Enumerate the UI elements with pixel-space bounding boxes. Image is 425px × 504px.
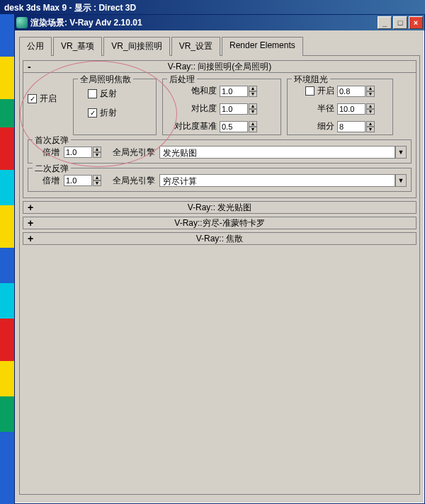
client-area: 公用 VR_基项 VR_间接照明 VR_设置 Render Elements -…	[15, 30, 424, 500]
spin-down-icon[interactable]: ▼	[366, 91, 375, 97]
checkbox-icon: ✓	[28, 94, 37, 103]
tab-vr-indirect[interactable]: VR_间接照明	[103, 37, 169, 56]
rollup-caustics: + V-Ray:: 焦散	[23, 232, 416, 245]
spin-down-icon[interactable]: ▼	[366, 127, 375, 132]
primary-legend: 首次反弹	[33, 134, 71, 147]
spin-up-icon[interactable]: ▲	[249, 103, 257, 109]
ao-amount-spinner[interactable]: ▲▼	[337, 86, 375, 97]
spin-up-icon[interactable]: ▲	[93, 147, 101, 152]
rollup-brute-force: + V-Ray::穷尽-准蒙特卡罗	[23, 217, 416, 229]
checkbox-icon	[305, 86, 314, 96]
primary-mult-spinner[interactable]: ▲▼	[64, 147, 101, 158]
dropdown-value: 发光贴图	[159, 146, 395, 159]
maximize-button[interactable]: □	[393, 16, 407, 29]
contrast-base-spinner[interactable]: ▲▼	[220, 121, 257, 132]
chevron-down-icon[interactable]: ▼	[395, 174, 407, 187]
postproc-legend: 后处理	[167, 74, 197, 86]
secondary-legend: 二次反弹	[33, 163, 71, 175]
close-button[interactable]: ×	[409, 16, 423, 29]
spin-up-icon[interactable]: ▲	[93, 175, 101, 181]
caustics-legend: 全局照明焦散	[78, 74, 133, 86]
ao-radius-label: 半径	[292, 103, 334, 115]
gi-enable-group: ✓ 开启	[28, 79, 70, 105]
ao-legend: 环境阻光	[292, 74, 330, 86]
tab-common[interactable]: 公用	[19, 37, 52, 56]
primary-engine-label: 全局光引擎	[106, 147, 155, 159]
window-titlebar[interactable]: 渲染场景: V-Ray Adv 2.10.01 _ □ ×	[15, 15, 424, 30]
spin-down-icon[interactable]: ▼	[249, 127, 257, 132]
rollup-title: V-Ray::穷尽-准蒙特卡罗	[174, 217, 264, 229]
checkbox-icon: ✓	[88, 108, 97, 118]
spin-up-icon[interactable]: ▲	[249, 86, 257, 91]
app-icon	[16, 17, 28, 28]
primary-mult-label: 倍增	[33, 147, 60, 159]
contrast-label: 对比度	[167, 103, 217, 115]
primary-engine-dropdown[interactable]: 发光贴图 ▼	[159, 146, 407, 159]
spin-up-icon[interactable]: ▲	[366, 103, 375, 109]
rollup-title: V-Ray:: 发光贴图	[188, 202, 252, 214]
expand-icon: +	[28, 203, 33, 212]
saturation-label: 饱和度	[167, 85, 217, 97]
gi-enable-checkbox[interactable]: ✓ 开启	[28, 93, 70, 105]
tab-vr-settings[interactable]: VR_设置	[171, 37, 220, 56]
secondary-engine-dropdown[interactable]: 穷尽计算 ▼	[159, 174, 407, 187]
ao-subdivs-spinner[interactable]: ▲▼	[337, 121, 375, 132]
contrast-spinner[interactable]: ▲▼	[220, 103, 257, 115]
caustics-reflect-checkbox[interactable]: 反射	[88, 88, 152, 100]
ao-subdivs-label: 细分	[292, 120, 334, 132]
saturation-spinner[interactable]: ▲▼	[220, 86, 257, 97]
spin-down-icon[interactable]: ▼	[249, 91, 257, 97]
checkbox-icon	[88, 89, 97, 98]
ao-radius-spinner[interactable]: ▲▼	[337, 103, 375, 115]
primary-bounce-fieldset: 首次反弹 倍增 ▲▼ 全局光引擎 发光贴图 ▼	[28, 139, 412, 164]
spin-up-icon[interactable]: ▲	[366, 121, 375, 127]
rollup-header[interactable]: + V-Ray:: 焦散	[23, 232, 416, 245]
tab-strip: 公用 VR_基项 VR_间接照明 VR_设置 Render Elements	[19, 36, 420, 56]
tab-render-elements[interactable]: Render Elements	[222, 37, 303, 56]
ao-fieldset: 环境阻光 开启 ▲▼ 半径	[287, 79, 393, 135]
rollup-indirect-illum: - V-Ray:: 间接照明(全局照明) ✓ 开启	[23, 60, 416, 198]
dropdown-value: 穷尽计算	[159, 174, 395, 187]
chevron-down-icon[interactable]: ▼	[395, 146, 407, 159]
spin-up-icon[interactable]: ▲	[249, 121, 257, 127]
contrast-base-label: 对比度基准	[167, 120, 217, 132]
ao-enable-checkbox[interactable]: 开启	[292, 85, 334, 97]
rollup-header[interactable]: + V-Ray:: 发光贴图	[23, 201, 416, 214]
rollup-content-indirect: ✓ 开启 全局照明焦散 反射	[23, 73, 416, 198]
render-dialog-window: 渲染场景: V-Ray Adv 2.10.01 _ □ × 公用 VR_基项 V…	[14, 14, 425, 504]
rollup-header-indirect[interactable]: - V-Ray:: 间接照明(全局照明)	[23, 60, 416, 73]
rollup-header[interactable]: + V-Ray::穷尽-准蒙特卡罗	[23, 217, 416, 229]
panel-body: - V-Ray:: 间接照明(全局照明) ✓ 开启	[19, 56, 420, 495]
secondary-mult-label: 倍增	[33, 175, 60, 187]
rollup-title: V-Ray:: 焦散	[196, 233, 244, 245]
collapse-icon: -	[28, 62, 31, 71]
postproc-fieldset: 后处理 饱和度 ▲▼ 对比度 ▲▼	[162, 79, 281, 135]
spin-down-icon[interactable]: ▼	[366, 109, 375, 115]
tab-vr-basic[interactable]: VR_基项	[53, 37, 102, 56]
secondary-mult-spinner[interactable]: ▲▼	[64, 175, 101, 186]
spin-down-icon[interactable]: ▼	[93, 181, 101, 186]
caustics-fieldset: 全局照明焦散 反射 ✓ 折射	[73, 79, 157, 135]
spin-down-icon[interactable]: ▼	[249, 109, 257, 115]
secondary-bounce-fieldset: 二次反弹 倍增 ▲▼ 全局光引擎 穷尽计算 ▼	[28, 168, 412, 192]
minimize-button[interactable]: _	[378, 16, 392, 29]
caustics-refract-checkbox[interactable]: ✓ 折射	[88, 107, 152, 119]
spin-down-icon[interactable]: ▼	[93, 152, 101, 158]
secondary-engine-label: 全局光引擎	[106, 175, 155, 187]
parent-titlebar: desk 3ds Max 9 - 显示 : Direct 3D	[0, 0, 425, 14]
expand-icon: +	[28, 234, 33, 243]
rollup-irradiance-map: + V-Ray:: 发光贴图	[23, 201, 416, 214]
rollup-title: V-Ray:: 间接照明(全局照明)	[168, 61, 272, 73]
window-title: 渲染场景: V-Ray Adv 2.10.01	[30, 17, 376, 29]
spin-up-icon[interactable]: ▲	[366, 86, 375, 91]
expand-icon: +	[28, 219, 33, 227]
